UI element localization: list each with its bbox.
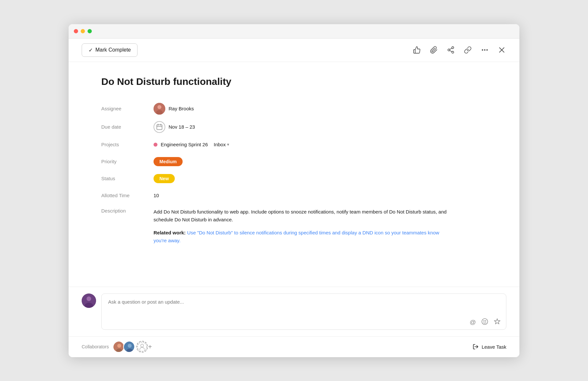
task-content: Do Not Disturb functionality Assignee Ra… (69, 62, 519, 287)
comment-input[interactable] (102, 294, 506, 315)
project-color-dot (154, 143, 157, 147)
due-date-label: Due date (101, 124, 154, 130)
svg-point-21 (484, 321, 484, 321)
add-icon[interactable]: + (149, 341, 151, 353)
svg-point-20 (482, 319, 488, 325)
assignee-label: Assignee (101, 106, 154, 111)
close-icon[interactable] (497, 45, 506, 55)
projects-value: Engineering Sprint 26 Inbox ▾ (154, 141, 232, 148)
projects-label: Projects (101, 142, 154, 147)
comment-row: @ (82, 294, 506, 330)
thumbs-up-icon[interactable] (412, 45, 421, 55)
allotted-time-value: 10 (154, 193, 159, 198)
task-fields: Assignee Ray Brooks Due date (101, 100, 500, 248)
svg-point-25 (117, 344, 121, 348)
status-row: Status New (101, 170, 500, 187)
svg-rect-13 (157, 125, 162, 130)
assignee-row: Assignee Ray Brooks (101, 100, 500, 118)
description-row: Description Add Do Not Disturb functiona… (101, 204, 500, 248)
comment-input-footer: @ (102, 315, 506, 329)
assignee-avatar (154, 103, 165, 115)
allotted-time-label: Allotted Time (101, 193, 154, 198)
description-text: Add Do Not Disturb functionality to web … (154, 208, 448, 224)
more-options-icon[interactable] (480, 45, 489, 55)
task-window: ✓ Mark Complete (69, 24, 519, 357)
allotted-time-text: 10 (154, 193, 159, 198)
comment-area: @ (69, 287, 519, 336)
svg-point-7 (487, 50, 487, 50)
collaborators-footer: Collaborators (69, 336, 519, 357)
calendar-icon (154, 121, 165, 133)
svg-marker-23 (494, 319, 500, 324)
due-date-value[interactable]: Nov 18 – 23 (154, 121, 195, 133)
assignee-name: Ray Brooks (169, 106, 194, 111)
svg-point-5 (482, 50, 483, 50)
star-icon[interactable] (494, 318, 501, 327)
svg-line-3 (450, 51, 452, 52)
svg-point-18 (87, 296, 91, 301)
related-work: Related work: Use "Do Not Disturb" to si… (154, 229, 448, 245)
maximize-button[interactable] (88, 29, 92, 33)
svg-point-11 (157, 105, 161, 109)
collab-avatar-2[interactable] (123, 341, 135, 353)
close-button[interactable] (74, 29, 78, 33)
svg-point-6 (484, 50, 485, 50)
projects-row: Projects Engineering Sprint 26 Inbox ▾ (101, 136, 500, 153)
description-label: Description (101, 208, 154, 214)
leave-task-button[interactable]: Leave Task (472, 343, 506, 350)
collab-avatars: + (113, 341, 151, 353)
collaborators-label: Collaborators (82, 344, 109, 349)
share-icon[interactable] (446, 45, 455, 55)
comment-input-container: @ (101, 294, 506, 330)
mark-complete-button[interactable]: ✓ Mark Complete (82, 43, 138, 57)
due-date-row: Due date Nov 18 – 23 (101, 118, 500, 136)
description-content: Add Do Not Disturb functionality to web … (154, 208, 448, 245)
project-name[interactable]: Engineering Sprint 26 (161, 142, 208, 147)
due-date-text: Nov 18 – 23 (169, 124, 195, 130)
mention-icon[interactable]: @ (470, 319, 476, 326)
collab-avatar-1[interactable] (113, 341, 124, 353)
svg-line-4 (450, 48, 452, 50)
task-toolbar: ✓ Mark Complete (69, 39, 519, 62)
status-value: New (154, 174, 175, 183)
related-work-label: Related work: (154, 230, 186, 235)
priority-row: Priority Medium (101, 153, 500, 170)
svg-point-30 (138, 342, 147, 351)
add-collaborator-button[interactable] (136, 341, 148, 353)
emoji-icon[interactable] (481, 318, 488, 327)
priority-label: Priority (101, 159, 154, 164)
related-work-link[interactable]: Use "Do Not Disturb" to silence notifica… (154, 230, 439, 243)
chevron-down-icon: ▾ (227, 142, 229, 147)
commenter-avatar (82, 294, 96, 308)
allotted-time-row: Allotted Time 10 (101, 187, 500, 204)
priority-value: Medium (154, 157, 183, 166)
mark-complete-label: Mark Complete (95, 47, 131, 53)
toolbar-actions (412, 45, 506, 55)
svg-point-22 (485, 321, 486, 321)
leave-task-label: Leave Task (482, 344, 506, 350)
task-title: Do Not Disturb functionality (101, 75, 500, 88)
attachment-icon[interactable] (429, 45, 438, 55)
inbox-badge[interactable]: Inbox ▾ (211, 141, 232, 148)
svg-point-31 (141, 344, 144, 347)
collaborators-section: Collaborators (82, 341, 151, 353)
svg-point-28 (128, 344, 132, 348)
title-bar (69, 24, 519, 39)
minimize-button[interactable] (81, 29, 85, 33)
inbox-label: Inbox (214, 142, 226, 147)
checkmark-icon: ✓ (89, 47, 93, 53)
status-badge[interactable]: New (154, 174, 175, 183)
assignee-value[interactable]: Ray Brooks (154, 103, 194, 115)
traffic-lights (74, 29, 92, 33)
priority-badge[interactable]: Medium (154, 157, 183, 166)
link-icon[interactable] (463, 45, 472, 55)
status-label: Status (101, 176, 154, 181)
